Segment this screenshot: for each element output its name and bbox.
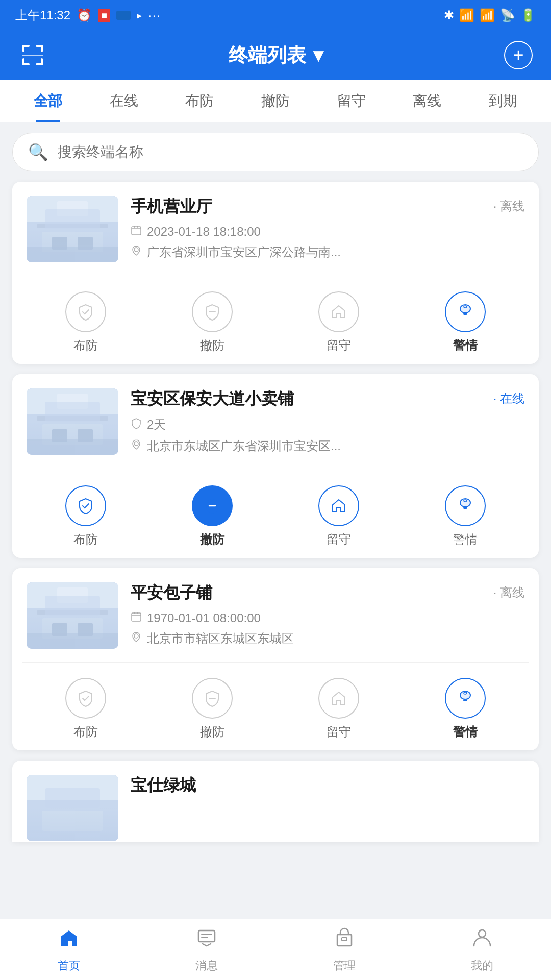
mine-nav-icon xyxy=(471,926,493,954)
card-1-arm-btn[interactable]: 布防 xyxy=(22,286,149,359)
svg-rect-15 xyxy=(27,247,118,262)
card-1-alarm-btn[interactable]: 警情 xyxy=(402,286,529,359)
header-title-group[interactable]: 终端列表 ▾ xyxy=(229,42,323,68)
header: 终端列表 ▾ + xyxy=(0,31,551,80)
svg-point-34 xyxy=(134,442,138,446)
card-2-actions: 布防 撤防 留守 警情 xyxy=(22,470,529,558)
scan-button[interactable] xyxy=(18,41,47,69)
dropdown-arrow-icon: ▾ xyxy=(313,44,323,66)
card-4-thumbnail[interactable] xyxy=(27,775,118,841)
svg-rect-8 xyxy=(22,55,43,56)
svg-rect-1 xyxy=(22,45,24,52)
svg-rect-29 xyxy=(42,424,103,445)
svg-rect-3 xyxy=(41,45,43,52)
svg-rect-41 xyxy=(37,610,108,615)
location2-icon xyxy=(131,439,142,453)
stay3-icon xyxy=(318,678,359,719)
nav-messages[interactable]: 消息 xyxy=(138,919,276,980)
card-4-top: 宝仕绿城 xyxy=(12,761,539,842)
card-2-title-row: 宝安区保安大道小卖铺 · 在线 xyxy=(131,388,524,410)
card-3-thumbnail[interactable] xyxy=(27,582,118,649)
tabs-bar: 全部 在线 布防 撤防 留守 离线 到期 xyxy=(0,80,551,122)
messages-nav-icon xyxy=(195,926,218,954)
plus-icon: + xyxy=(513,44,523,66)
svg-rect-49 xyxy=(134,612,135,614)
nav-home[interactable]: 首页 xyxy=(0,919,138,980)
card-3: 平安包子铺 · 离线 1970-01-01 08:00:00 北京市市辖区东城区… xyxy=(12,568,539,750)
svg-rect-58 xyxy=(42,811,103,831)
card-4-info: 宝仕绿城 xyxy=(131,775,524,841)
card-3-actions: 布防 撤防 留守 警情 xyxy=(22,662,529,750)
nav-mine[interactable]: 我的 xyxy=(413,919,551,980)
arm-label: 布防 xyxy=(73,337,98,354)
svg-rect-43 xyxy=(52,623,67,636)
calendar3-icon xyxy=(131,611,142,625)
card-2-stay-btn[interactable]: 留守 xyxy=(276,480,402,553)
alarm-label: 警情 xyxy=(453,337,478,354)
card-3-alarm-btn[interactable]: 警情 xyxy=(402,673,529,745)
svg-rect-59 xyxy=(198,930,215,942)
card-2-address: 北京市东城区广东省深圳市宝安区... xyxy=(131,438,524,454)
search-input[interactable] xyxy=(58,144,523,160)
svg-rect-42 xyxy=(42,618,103,639)
card-3-status: · 离线 xyxy=(493,582,524,601)
card-1-stay-btn[interactable]: 留守 xyxy=(276,286,402,359)
card-2-thumbnail[interactable] xyxy=(27,388,118,455)
alarm3-label: 警情 xyxy=(453,724,478,740)
tab-stay[interactable]: 留守 xyxy=(313,80,389,122)
card-3-title-row: 平安包子铺 · 离线 xyxy=(131,582,524,604)
alarm-icon xyxy=(445,291,486,332)
alarm2-label: 警情 xyxy=(453,531,478,548)
card-3-stay-btn[interactable]: 留守 xyxy=(276,673,402,745)
card-3-disarm-btn[interactable]: 撤防 xyxy=(149,673,276,745)
card-4-title-row: 宝仕绿城 xyxy=(131,775,524,796)
signal1-icon: 📶 xyxy=(459,8,474,22)
card-3-address: 北京市市辖区东城区东城区 xyxy=(131,630,524,647)
card-3-arm-btn[interactable]: 布防 xyxy=(22,673,149,745)
arm2-icon xyxy=(65,485,106,526)
svg-rect-12 xyxy=(42,232,103,252)
status-left: 上午11:32 ⏰ ■ ▸ ··· xyxy=(15,7,161,23)
status-right: ✱ 📶 📶 📡 🔋 xyxy=(444,8,536,22)
alarm3-icon xyxy=(445,678,486,719)
card-2-arm-btn[interactable]: 布防 xyxy=(22,480,149,553)
card-1-disarm-btn[interactable]: 撤防 xyxy=(149,286,276,359)
tab-expired[interactable]: 到期 xyxy=(465,80,541,122)
card-2-top: 宝安区保安大道小卖铺 · 在线 2天 北京市东城区广东省深圳市宝安区... xyxy=(12,374,539,470)
stay-icon xyxy=(318,291,359,332)
svg-rect-28 xyxy=(37,416,108,421)
card-2-name: 宝安区保安大道小卖铺 xyxy=(131,388,488,410)
svg-rect-57 xyxy=(27,775,118,800)
stay2-icon xyxy=(318,485,359,526)
nav-manage[interactable]: 管理 xyxy=(276,919,413,980)
card-3-name: 平安包子铺 xyxy=(131,582,488,604)
add-button[interactable]: + xyxy=(504,41,533,69)
tab-online[interactable]: 在线 xyxy=(86,80,162,122)
tab-armed[interactable]: 布防 xyxy=(162,80,238,122)
svg-rect-20 xyxy=(137,226,138,228)
bottom-nav: 首页 消息 管理 我的 xyxy=(0,919,551,980)
status-bar: 上午11:32 ⏰ ■ ▸ ··· ✱ 📶 📶 📡 🔋 xyxy=(0,0,551,31)
signal2-icon: 📶 xyxy=(480,8,495,22)
svg-point-64 xyxy=(479,930,486,937)
card-1-title-row: 手机营业厅 · 离线 xyxy=(131,196,524,217)
svg-rect-5 xyxy=(22,58,24,65)
svg-rect-31 xyxy=(78,429,93,442)
mine-nav-label: 我的 xyxy=(471,958,493,973)
card-1-thumbnail[interactable] xyxy=(27,196,118,262)
card-2-alarm-btn[interactable]: 警情 xyxy=(402,480,529,553)
disarm2-icon xyxy=(192,485,233,526)
tab-disarmed[interactable]: 撤防 xyxy=(238,80,314,122)
card-1-info: 手机营业厅 · 离线 2023-01-18 18:18:00 广东省深圳市宝安区… xyxy=(131,196,524,265)
card-2-disarm-btn[interactable]: 撤防 xyxy=(149,480,276,553)
manage-nav-label: 管理 xyxy=(333,958,356,973)
card-1-datetime: 2023-01-18 18:18:00 xyxy=(131,225,524,239)
search-bar: 🔍 xyxy=(12,133,539,172)
tab-offline[interactable]: 离线 xyxy=(389,80,465,122)
card-2: 宝安区保安大道小卖铺 · 在线 2天 北京市东城区广东省深圳市宝安区... xyxy=(12,374,539,558)
arm-icon xyxy=(65,291,106,332)
tab-all[interactable]: 全部 xyxy=(10,80,86,122)
disarm-label: 撤防 xyxy=(200,337,224,354)
card-3-info: 平安包子铺 · 离线 1970-01-01 08:00:00 北京市市辖区东城区… xyxy=(131,582,524,652)
svg-rect-32 xyxy=(27,439,118,455)
